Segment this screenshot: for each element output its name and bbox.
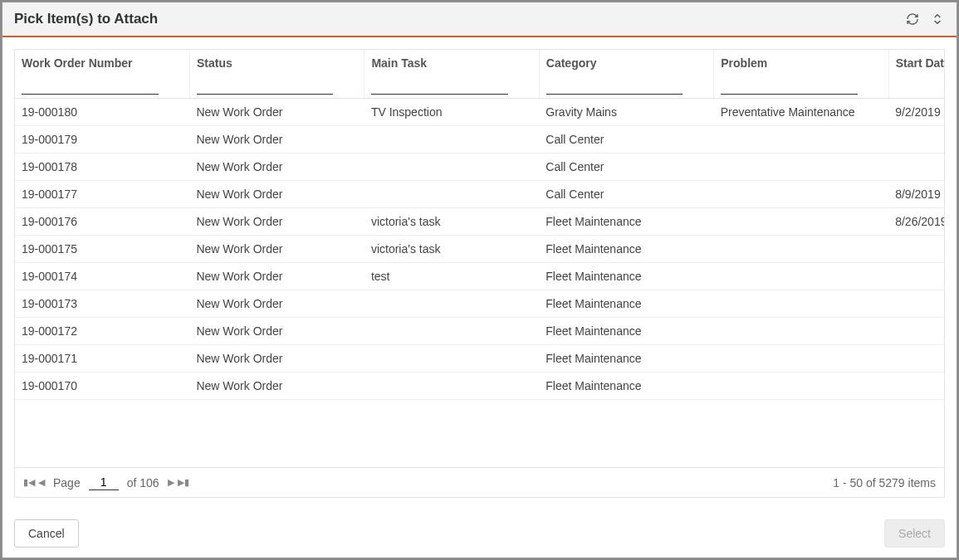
filter-input-problem[interactable] [721, 78, 857, 95]
cell-status: New Work Order [189, 373, 364, 400]
cell-wo: 19-000174 [15, 263, 189, 290]
cell-problem [714, 126, 888, 153]
cell-problem [714, 153, 888, 181]
table-row[interactable]: 19-000170New Work OrderFleet Maintenance [15, 373, 944, 400]
cell-status: New Work Order [189, 208, 364, 236]
cancel-button[interactable]: Cancel [14, 519, 79, 548]
pager: ▮◀ ◀ Page of 106 ▶ ▶▮ 1 - 50 of 5279 ite… [15, 467, 944, 497]
cell-status: New Work Order [189, 126, 364, 153]
cell-task: victoria's task [365, 208, 539, 236]
filter-input-task[interactable] [371, 78, 507, 95]
expand-collapse-icon[interactable] [930, 12, 945, 27]
table-row[interactable]: 19-000180New Work OrderTV InspectionGrav… [15, 99, 944, 126]
cell-category: Gravity Mains [539, 99, 713, 126]
cell-problem [714, 263, 888, 290]
dialog-content: Work Order NumberStatusMain TaskCategory… [2, 37, 957, 509]
cell-status: New Work Order [189, 153, 364, 181]
cell-problem [714, 290, 888, 318]
cell-task: victoria's task [365, 236, 539, 263]
dialog-title: Pick Item(s) to Attach [14, 11, 158, 27]
col-header-wo[interactable]: Work Order Number [15, 50, 189, 99]
grid-header: Work Order NumberStatusMain TaskCategory… [15, 50, 944, 99]
cell-start [888, 373, 944, 400]
grid: Work Order NumberStatusMain TaskCategory… [14, 49, 945, 498]
cell-category: Fleet Maintenance [539, 345, 713, 373]
cell-wo: 19-000176 [15, 208, 189, 236]
cell-task [365, 153, 539, 181]
cell-task [365, 345, 539, 373]
header-actions [905, 12, 945, 27]
cell-start [888, 126, 944, 153]
filter-input-category[interactable] [546, 78, 683, 95]
cell-wo: 19-000172 [15, 318, 189, 345]
table-row[interactable]: 19-000175New Work Ordervictoria's taskFl… [15, 236, 944, 263]
col-header-problem[interactable]: Problem [714, 50, 888, 99]
cell-status: New Work Order [189, 345, 364, 373]
pager-left: ▮◀ ◀ Page of 106 ▶ ▶▮ [23, 475, 189, 490]
col-header-status[interactable]: Status [189, 50, 364, 99]
cell-start: 8/9/2019 [888, 181, 944, 208]
table-row[interactable]: 19-000171New Work OrderFleet Maintenance [15, 345, 944, 373]
table-row[interactable]: 19-000176New Work Ordervictoria's taskFl… [15, 208, 944, 236]
cell-status: New Work Order [189, 236, 364, 263]
cell-task [365, 290, 539, 318]
table-row[interactable]: 19-000179New Work OrderCall Center [15, 126, 944, 153]
table-row[interactable]: 19-000178New Work OrderCall Center [15, 153, 944, 181]
col-header-task[interactable]: Main Task [365, 50, 539, 99]
cell-task: test [365, 263, 539, 290]
cell-problem [714, 236, 888, 263]
cell-category: Fleet Maintenance [539, 208, 713, 236]
table-row[interactable]: 19-000177New Work OrderCall Center8/9/20… [15, 181, 944, 208]
filter-input-wo[interactable] [22, 78, 159, 95]
pager-of-label: of 106 [127, 476, 159, 489]
cell-category: Call Center [539, 126, 713, 153]
cell-problem [714, 345, 888, 373]
cell-task [365, 318, 539, 345]
cell-wo: 19-000173 [15, 290, 189, 318]
refresh-icon[interactable] [905, 12, 920, 27]
pager-prev-icon[interactable]: ◀ [38, 477, 45, 488]
cell-problem [714, 318, 888, 345]
cell-status: New Work Order [189, 290, 364, 318]
cell-status: New Work Order [189, 318, 364, 345]
grid-body: 19-000180New Work OrderTV InspectionGrav… [15, 99, 944, 400]
select-button: Select [884, 519, 945, 548]
grid-table: Work Order NumberStatusMain TaskCategory… [15, 50, 944, 400]
cell-wo: 19-000170 [15, 373, 189, 400]
pager-next-icon[interactable]: ▶ [168, 477, 174, 488]
cell-problem [714, 181, 888, 208]
table-row[interactable]: 19-000174New Work OrdertestFleet Mainten… [15, 263, 944, 290]
cell-category: Fleet Maintenance [539, 236, 713, 263]
cell-wo: 19-000171 [15, 345, 189, 373]
col-header-label: Work Order Number [22, 56, 183, 70]
pager-summary: 1 - 50 of 5279 items [833, 476, 936, 489]
filter-input-status[interactable] [197, 78, 333, 95]
cell-status: New Work Order [189, 263, 364, 290]
cell-start: 8/26/2019 [888, 208, 944, 236]
dialog-header: Pick Item(s) to Attach [2, 2, 957, 37]
col-header-label: Main Task [371, 56, 531, 70]
pager-page-input[interactable] [89, 475, 119, 490]
cell-task [365, 181, 539, 208]
cell-wo: 19-000180 [15, 99, 189, 126]
pick-items-dialog: Pick Item(s) to Attach [2, 2, 957, 558]
pager-first-icon[interactable]: ▮◀ [23, 477, 35, 488]
col-header-label: Start Date [896, 56, 944, 70]
cell-category: Fleet Maintenance [539, 263, 713, 290]
cell-task: TV Inspection [365, 99, 539, 126]
col-header-start[interactable]: Start Date [888, 50, 944, 99]
cell-start [888, 153, 944, 181]
cell-wo: 19-000179 [15, 126, 189, 153]
col-header-label: Category [546, 56, 707, 70]
cell-category: Fleet Maintenance [539, 373, 713, 400]
cell-category: Fleet Maintenance [539, 318, 713, 345]
grid-scroll[interactable]: Work Order NumberStatusMain TaskCategory… [15, 50, 944, 467]
cell-start [888, 318, 944, 345]
dialog-footer: Cancel Select [2, 509, 957, 558]
col-header-category[interactable]: Category [539, 50, 713, 99]
cell-wo: 19-000175 [15, 236, 189, 263]
cell-problem: Preventative Maintenance [714, 99, 888, 126]
table-row[interactable]: 19-000172New Work OrderFleet Maintenance [15, 318, 944, 345]
pager-last-icon[interactable]: ▶▮ [178, 477, 189, 488]
table-row[interactable]: 19-000173New Work OrderFleet Maintenance [15, 290, 944, 318]
